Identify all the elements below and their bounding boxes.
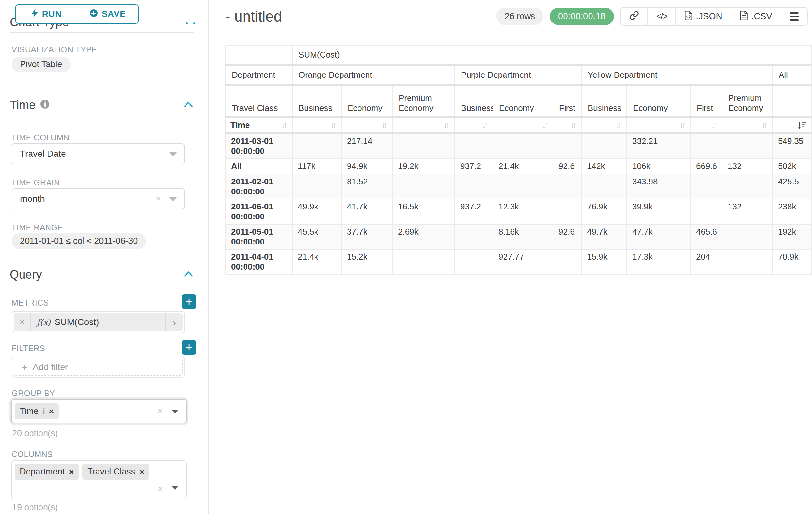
time-section-title: Time: [10, 98, 50, 112]
pivot-cell: 549.35: [773, 133, 812, 159]
collapse-time-chevron-icon[interactable]: [183, 101, 193, 109]
remove-chip-icon[interactable]: ×: [69, 468, 74, 476]
chart-panel: - untitled 26 rows 00:00:00.18 </> .JSON: [209, 0, 812, 514]
pivot-sort-header: ↓↑: [722, 117, 773, 133]
remove-chip-icon[interactable]: ×: [139, 468, 144, 476]
pivot-table: SUM(Cost)DepartmentOrange DepartmentPurp…: [225, 45, 812, 275]
copy-link-button[interactable]: [621, 8, 647, 25]
pivot-cell: [455, 174, 493, 199]
pivot-cell: 15.2k: [342, 249, 393, 274]
pivot-sort-header: ↓↑: [292, 117, 342, 133]
viz-type-value[interactable]: Pivot Table: [11, 57, 70, 72]
query-timer-badge: 00:00:00.18: [550, 8, 614, 25]
pivot-cell: 49.7k: [582, 224, 627, 249]
sort-icon[interactable]: ↓↑: [330, 120, 337, 130]
export-json-button[interactable]: .JSON: [675, 8, 730, 25]
columns-chip-department[interactable]: Department ×: [15, 464, 79, 480]
filters-label: FILTERS: [11, 344, 45, 353]
remove-metric-icon[interactable]: ×: [14, 313, 31, 331]
group-by-label: GROUP BY: [11, 389, 55, 398]
section-divider: [10, 32, 195, 33]
pivot-column-header: Business: [455, 85, 493, 117]
metric-pill[interactable]: × ƒ(x) SUM(Cost) ›: [14, 313, 183, 331]
sort-icon[interactable]: ↓↑: [281, 120, 288, 130]
pivot-column-group: Purple Department: [455, 65, 582, 85]
sort-icon[interactable]: ↓↑: [679, 120, 686, 130]
plus-icon: +: [22, 362, 28, 372]
collapse-query-chevron-icon[interactable]: [183, 270, 193, 279]
more-options-button[interactable]: [781, 8, 807, 25]
sort-icon[interactable]: ↓↑: [616, 120, 622, 130]
pivot-row-label: 2011-05-01 00:00:00: [226, 224, 292, 249]
pivot-sort-header: ↓↑: [393, 117, 455, 133]
pivot-corner-cell: [226, 45, 292, 65]
pivot-sort-header: ↓↑: [553, 117, 582, 133]
pivot-sort-header: Time↓↑: [226, 117, 292, 133]
add-filter-plus-button[interactable]: +: [182, 340, 196, 355]
filters-control: + Add filter: [11, 357, 185, 378]
sort-icon[interactable]: ↓↑: [443, 120, 450, 130]
metrics-control: × ƒ(x) SUM(Cost) ›: [11, 311, 185, 333]
pivot-cell: 37.7k: [342, 224, 393, 249]
run-button[interactable]: RUN: [16, 5, 77, 23]
time-column-label: TIME COLUMN: [11, 133, 70, 142]
view-query-button[interactable]: </>: [647, 8, 675, 25]
caret-down-icon: [171, 410, 178, 414]
add-filter-dropzone[interactable]: + Add filter: [14, 359, 183, 376]
pivot-cell: [691, 133, 722, 159]
pivot-cell: 117k: [292, 159, 342, 174]
sort-icon[interactable]: ↓↑: [761, 120, 768, 130]
columns-select[interactable]: Department × Travel Class × ×: [11, 460, 187, 499]
time-range-value[interactable]: 2011-01-01 ≤ col < 2011-06-30: [11, 233, 146, 249]
row-count-badge: 26 rows: [496, 8, 543, 25]
time-grain-select[interactable]: month ×: [11, 188, 185, 210]
add-metric-button[interactable]: +: [182, 294, 196, 309]
export-csv-button[interactable]: .CSV: [731, 8, 781, 25]
sort-icon[interactable]: ↓↑: [482, 120, 488, 130]
sort-icon[interactable]: ↓↑: [381, 120, 388, 130]
pivot-data-row: 2011-04-01 00:00:0021.4k15.2k927.7715.9k…: [226, 249, 812, 274]
pivot-sort-header: [773, 117, 812, 133]
pivot-column-group: Yellow Department: [582, 65, 773, 85]
pivot-sort-header: ↓↑: [582, 117, 627, 133]
pivot-column-header: Business: [292, 85, 342, 117]
pivot-cell: 142k: [582, 159, 627, 174]
pivot-cell: [553, 174, 582, 199]
sort-icon[interactable]: ↓↑: [711, 120, 717, 130]
clear-icon[interactable]: ×: [155, 194, 161, 204]
remove-chip-icon[interactable]: ×: [49, 407, 54, 415]
pivot-cell: [582, 133, 627, 159]
plus-circle-icon: [90, 9, 98, 20]
pivot-sort-header: ↓↑: [691, 117, 722, 133]
pivot-cell: [722, 174, 773, 199]
sort-icon[interactable]: ↓↑: [542, 120, 548, 130]
group-by-chip-time[interactable]: Time i ×: [15, 404, 59, 419]
pivot-cell: 217.14: [342, 133, 393, 159]
pivot-column-header: Business: [582, 85, 627, 117]
pivot-cell: 47.7k: [627, 224, 691, 249]
columns-chip-travel-class[interactable]: Travel Class ×: [83, 464, 149, 480]
file-json-icon: [684, 10, 693, 23]
pivot-cell: 8.16k: [493, 224, 553, 249]
pivot-cell: 332.21: [627, 133, 691, 159]
group-by-select[interactable]: Time i × ×: [11, 399, 187, 424]
pivot-cell: 21.4k: [493, 159, 553, 174]
pivot-sort-header: ↓↑: [493, 117, 553, 133]
pivot-row-label: 2011-02-01 00:00:00: [226, 174, 292, 199]
save-button[interactable]: SAVE: [77, 5, 138, 23]
expand-metric-chevron-icon[interactable]: ›: [165, 313, 183, 331]
sort-desc-icon[interactable]: [798, 121, 807, 130]
pivot-data-row: 2011-02-01 00:00:0081.52343.98425.5: [226, 174, 812, 199]
pivot-cell: 19.2k: [393, 159, 455, 174]
pivot-column-header: First: [691, 85, 722, 117]
sort-icon[interactable]: ↓↑: [570, 120, 577, 130]
clear-icon[interactable]: ×: [157, 406, 163, 416]
chart-title[interactable]: - untitled: [225, 8, 282, 25]
pivot-cell: 39.9k: [627, 199, 691, 224]
control-panel: Chart Type RUN SAVE VISUALIZATION TYPE P…: [0, 0, 209, 514]
time-column-select[interactable]: Travel Date: [11, 143, 185, 164]
pivot-data-row: All117k94.9k19.2k937.221.4k92.6142k106k6…: [226, 159, 812, 174]
pivot-column-header: Economy: [342, 85, 393, 117]
clear-icon[interactable]: ×: [157, 484, 163, 493]
pivot-cell: 92.6: [553, 159, 582, 174]
